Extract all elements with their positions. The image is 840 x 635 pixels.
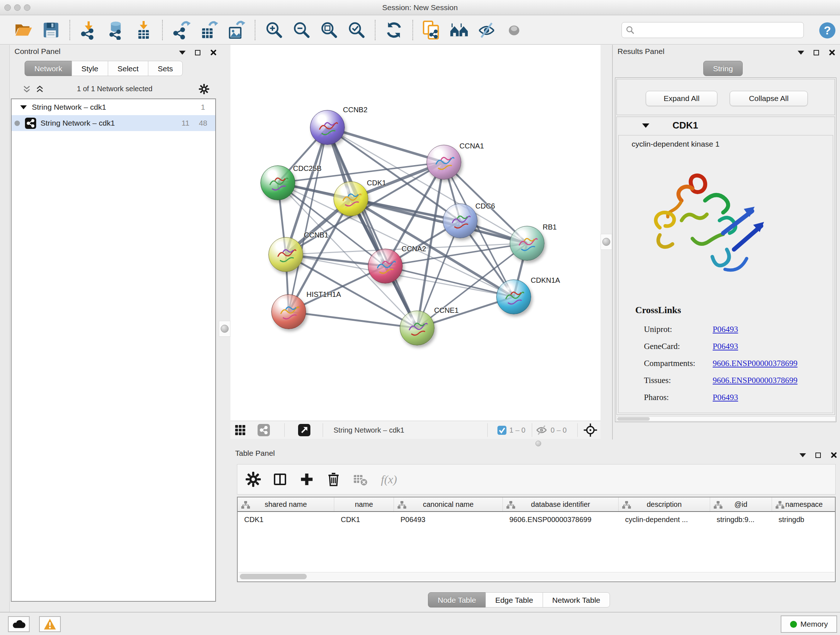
network-view[interactable]: CCNB2CCNA1CDC25BCDK1CDC6RB1CCNB1CCNA2CDK… — [231, 45, 600, 421]
zoom-fit-button[interactable] — [319, 20, 339, 40]
column-header-name[interactable]: name — [334, 497, 394, 511]
tab-string[interactable]: String — [703, 61, 743, 76]
show-all-button[interactable] — [504, 20, 524, 40]
memory-button[interactable]: Memory — [781, 616, 837, 633]
grid-view-icon[interactable] — [234, 424, 246, 436]
fit-selected-crosshair-icon[interactable] — [583, 423, 598, 437]
delete-column-icon[interactable] — [325, 471, 341, 487]
panel-menu-icon[interactable] — [799, 453, 806, 457]
zoom-in-button[interactable] — [264, 20, 284, 40]
network-label: String Network – cdk1 — [41, 119, 115, 127]
splitter-grip[interactable] — [219, 321, 231, 337]
node-CCNE1[interactable] — [400, 310, 434, 345]
column-header-canonical-name[interactable]: canonical name — [394, 497, 503, 511]
crosslink-value[interactable]: 9606.ENSP00000378699 — [713, 359, 798, 368]
network-row[interactable]: String Network – cdk1 11 48 — [11, 115, 215, 131]
search-input[interactable] — [637, 26, 800, 35]
import-network-button[interactable] — [79, 20, 98, 40]
tab-edge-table[interactable]: Edge Table — [485, 592, 543, 608]
gene-section-header[interactable]: CDK1 — [617, 117, 835, 134]
panel-close-icon[interactable] — [829, 49, 835, 56]
tab-node-table[interactable]: Node Table — [428, 592, 486, 608]
expand-all-button[interactable]: Expand All — [646, 91, 717, 106]
node-HIST1H1A[interactable] — [271, 295, 306, 329]
crosslink-value[interactable]: 9606.ENSP00000378699 — [713, 376, 798, 385]
panel-menu-icon[interactable] — [798, 51, 804, 55]
panel-menu-icon[interactable] — [179, 51, 186, 55]
scrollbar-thumb[interactable] — [240, 574, 307, 579]
network-options-gear-icon[interactable] — [199, 84, 210, 95]
trash-icon — [325, 471, 341, 487]
tree-expand-icon[interactable] — [20, 105, 27, 109]
node-CCNA2[interactable] — [368, 249, 403, 283]
clone-network-button[interactable] — [422, 20, 441, 40]
results-scrollbar[interactable] — [616, 416, 836, 421]
splitter-grip[interactable] — [600, 234, 612, 250]
node-CDC25B[interactable] — [261, 165, 295, 200]
tab-style[interactable]: Style — [72, 61, 108, 76]
export-table-button[interactable] — [199, 20, 218, 40]
crosslink-value[interactable]: P06493 — [713, 325, 738, 334]
import-table-button[interactable] — [134, 20, 153, 40]
splitter-left[interactable] — [219, 45, 231, 612]
panel-close-icon[interactable] — [830, 452, 837, 458]
collapse-all-icon[interactable] — [22, 85, 32, 94]
tab-network[interactable]: Network — [25, 61, 72, 76]
splitter-horizontal[interactable] — [231, 440, 840, 448]
network-badge-icon[interactable] — [257, 424, 270, 436]
node-CCNB2[interactable] — [310, 110, 345, 145]
crosslink-value[interactable]: P06493 — [713, 342, 738, 351]
table-row[interactable]: CDK1CDK1P064939606.ENSP00000378699cyclin… — [238, 512, 835, 527]
selected-checkbox-icon[interactable] — [497, 425, 507, 435]
add-column-icon[interactable] — [299, 471, 315, 487]
node-RB1[interactable] — [510, 226, 545, 261]
save-session-button[interactable] — [41, 20, 61, 40]
network-list-toolbar: 1 of 1 Network selected — [10, 81, 219, 97]
tab-select[interactable]: Select — [108, 61, 148, 76]
open-session-button[interactable] — [14, 20, 33, 40]
column-header--id[interactable]: @id — [710, 497, 772, 511]
expand-all-icon[interactable] — [35, 85, 44, 94]
node-CCNB1[interactable] — [268, 237, 303, 272]
column-header-shared-name[interactable]: shared name — [238, 497, 334, 511]
tab-network-table[interactable]: Network Table — [543, 592, 610, 608]
crosslink-value[interactable]: P06493 — [713, 393, 738, 402]
column-header-database-identifier[interactable]: database identifier — [503, 497, 619, 511]
export-network-button[interactable] — [172, 20, 191, 40]
panel-float-icon[interactable] — [195, 50, 201, 55]
node-CDC6[interactable] — [443, 203, 477, 238]
hide-selected-button[interactable] — [477, 20, 496, 40]
clone-network-icon — [422, 20, 441, 40]
zoom-selected-button[interactable] — [347, 20, 366, 40]
protein-thumbnail — [339, 187, 364, 212]
collapse-all-button[interactable]: Collapse All — [729, 91, 808, 106]
panel-close-icon[interactable] — [210, 49, 216, 56]
splitter-right[interactable] — [600, 45, 612, 440]
cloud-status-button[interactable] — [8, 616, 30, 632]
node-CDK1[interactable] — [333, 181, 368, 216]
import-database-button[interactable] — [106, 20, 126, 40]
first-neighbors-button[interactable] — [449, 20, 469, 40]
zoom-out-button[interactable] — [292, 20, 311, 40]
tab-sets[interactable]: Sets — [148, 61, 183, 76]
show-columns-icon[interactable] — [272, 471, 288, 487]
refresh-network-button[interactable] — [384, 20, 404, 40]
help-button[interactable]: ? — [818, 21, 836, 40]
column-header-description[interactable]: description — [619, 497, 710, 511]
first-neighbors-icon — [449, 20, 469, 40]
table-settings-gear-icon[interactable] — [245, 471, 261, 487]
crosslink-label: GeneCard: — [644, 342, 713, 351]
table-scrollbar[interactable] — [238, 572, 834, 581]
export-image-button[interactable] — [226, 20, 246, 40]
splitter-grip[interactable] — [535, 440, 541, 447]
network-collection-row[interactable]: String Network – cdk1 1 — [11, 99, 215, 115]
scrollbar-thumb[interactable] — [617, 417, 650, 421]
panel-float-icon[interactable] — [813, 50, 819, 55]
column-header-namespace[interactable]: namespace — [772, 497, 836, 511]
node-CDKN1A[interactable] — [496, 279, 531, 314]
hidden-eye-icon[interactable] — [535, 424, 548, 436]
birdseye-view-icon[interactable] — [298, 424, 310, 436]
warnings-button[interactable] — [39, 616, 61, 632]
panel-float-icon[interactable] — [815, 453, 821, 458]
node-CCNA1[interactable] — [426, 145, 461, 180]
